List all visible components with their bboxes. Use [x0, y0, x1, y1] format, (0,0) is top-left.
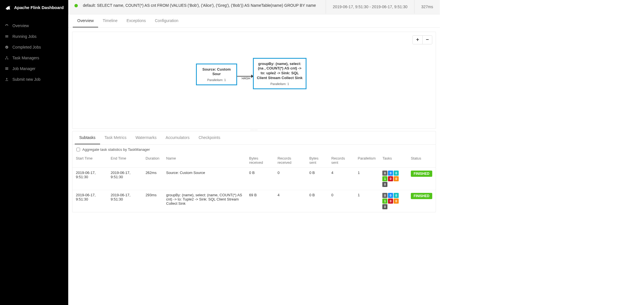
td-records-sent: 4	[328, 167, 354, 190]
td-start: 2019-06-17, 9:51:30	[72, 190, 107, 212]
status-badge: FINISHED	[411, 193, 432, 199]
svg-point-4	[5, 46, 8, 49]
nav-completed-jobs[interactable]: Completed Jobs	[0, 42, 68, 53]
td-status: FINISHED	[407, 167, 436, 190]
task-badge: 0	[388, 193, 393, 198]
nav-label: Completed Jobs	[12, 45, 41, 49]
task-badge: 0	[394, 199, 399, 204]
nav-overview[interactable]: Overview	[0, 20, 68, 31]
graph-node-sub: Parallelism: 1	[199, 78, 234, 82]
tab-task-metrics[interactable]: Task Metrics	[100, 131, 131, 144]
job-subtext	[83, 9, 321, 12]
svg-rect-9	[5, 69, 8, 70]
tab-overview[interactable]: Overview	[73, 14, 98, 27]
tab-exceptions[interactable]: Exceptions	[122, 14, 150, 27]
job-tabs: Overview Timeline Exceptions Configurati…	[68, 14, 440, 28]
subtasks-table: Start Time End Time Duration Name Bytes …	[72, 153, 436, 212]
th-records-sent: Records sent	[328, 153, 354, 168]
th-parallelism: Parallelism	[354, 153, 379, 168]
td-tasks: 0001000	[379, 190, 407, 212]
sidebar-header: Apache Flink Dashboard	[0, 0, 68, 15]
td-status: FINISHED	[407, 190, 436, 212]
td-name: groupBy: (name), select: (name, COUNT(*)…	[163, 190, 246, 212]
panel-splitter[interactable]	[72, 129, 436, 131]
task-badge: 0	[394, 176, 399, 181]
nav-label: Running Jobs	[12, 34, 37, 39]
graph-edge-label: HASH	[241, 77, 251, 80]
svg-rect-6	[5, 58, 6, 59]
nav-running-jobs[interactable]: Running Jobs	[0, 31, 68, 42]
tab-watermarks[interactable]: Watermarks	[131, 131, 161, 144]
td-parallelism: 1	[354, 190, 379, 212]
list-icon	[5, 34, 9, 38]
nav-label: Submit new Job	[12, 77, 41, 82]
td-duration: 293ms	[142, 190, 163, 212]
td-name: Source: Custom Source	[163, 167, 246, 190]
th-bytes-recv: Bytes received	[246, 153, 274, 168]
td-records-recv: 0	[274, 167, 306, 190]
td-start: 2019-06-17, 9:51:30	[72, 167, 107, 190]
nav-submit-job[interactable]: Submit new Job	[0, 74, 68, 85]
detail-panel: Subtasks Task Metrics Watermarks Accumul…	[72, 131, 436, 212]
tab-timeline[interactable]: Timeline	[98, 14, 122, 27]
graph-node-sub: Parallelism: 1	[256, 82, 303, 86]
task-badge: 0	[388, 199, 393, 204]
td-end: 2019-06-17, 9:51:30	[107, 190, 142, 212]
task-badge: 0	[388, 176, 393, 181]
svg-rect-3	[5, 37, 8, 38]
th-bytes-sent: Bytes sent	[306, 153, 328, 168]
td-end: 2019-06-17, 9:51:30	[107, 167, 142, 190]
td-bytes-recv: 69 B	[246, 190, 274, 212]
task-badge: 0	[382, 171, 387, 176]
tab-checkpoints[interactable]: Checkpoints	[194, 131, 225, 144]
th-status: Status	[407, 153, 436, 168]
td-records-sent: 0	[328, 190, 354, 212]
table-row[interactable]: 2019-06-17, 9:51:302019-06-17, 9:51:3026…	[72, 167, 436, 190]
nav-task-managers[interactable]: Task Managers	[0, 53, 68, 63]
nav-label: Overview	[12, 23, 29, 28]
th-name: Name	[163, 153, 246, 168]
task-badge: 1	[382, 199, 387, 204]
graph-node-title: groupBy: (name), select: (na , COUNT(*) …	[256, 62, 303, 81]
sidebar: Apache Flink Dashboard Overview Running …	[0, 0, 68, 305]
job-title-block: default: SELECT name, COUNT(*) AS cnt FR…	[68, 0, 326, 14]
td-bytes-recv: 0 B	[246, 167, 274, 190]
nav-label: Task Managers	[12, 56, 39, 60]
upload-icon	[5, 77, 9, 81]
task-badge: 0	[382, 193, 387, 198]
nav-job-manager[interactable]: Job Manager	[0, 63, 68, 74]
nav: Overview Running Jobs Completed Jobs Tas…	[0, 15, 68, 85]
td-records-recv: 4	[274, 190, 306, 212]
job-meta: 2019-06-17, 9:51:30 - 2019-06-17, 9:51:3…	[326, 0, 440, 14]
status-dot-icon	[74, 4, 78, 7]
tab-accumulators[interactable]: Accumulators	[161, 131, 194, 144]
graph-canvas[interactable]: Source: Custom Sour Parallelism: 1 HASH …	[72, 32, 436, 128]
aggregate-checkbox[interactable]	[76, 148, 80, 151]
task-badge: 0	[394, 193, 399, 198]
task-badge: 0	[388, 171, 393, 176]
main: default: SELECT name, COUNT(*) AS cnt FR…	[68, 0, 440, 305]
job-name: default: SELECT name, COUNT(*) AS cnt FR…	[83, 3, 321, 8]
status-badge: FINISHED	[411, 171, 432, 177]
check-circle-icon	[5, 45, 9, 49]
flink-logo-icon	[5, 4, 11, 11]
job-header: default: SELECT name, COUNT(*) AS cnt FR…	[68, 0, 440, 14]
td-duration: 262ms	[142, 167, 163, 190]
graph-node-source[interactable]: Source: Custom Sour Parallelism: 1	[196, 64, 237, 86]
tab-configuration[interactable]: Configuration	[150, 14, 183, 27]
td-tasks: 0001000	[379, 167, 407, 190]
th-duration: Duration	[142, 153, 163, 168]
table-row[interactable]: 2019-06-17, 9:51:302019-06-17, 9:51:3029…	[72, 190, 436, 212]
tab-subtasks[interactable]: Subtasks	[75, 131, 100, 144]
task-badge: 0	[394, 171, 399, 176]
svg-rect-1	[5, 35, 8, 36]
svg-rect-8	[5, 67, 8, 68]
sitemap-icon	[5, 56, 9, 60]
td-bytes-sent: 0 B	[306, 167, 328, 190]
aggregate-label: Aggregate task statistics by TaskManager	[82, 147, 150, 152]
job-graph-panel: + − Source: Custom Sour Parallelism: 1 H…	[72, 32, 436, 129]
aggregate-toggle-row: Aggregate task statistics by TaskManager	[72, 145, 436, 153]
job-time-range: 2019-06-17, 9:51:30 - 2019-06-17, 9:51:3…	[326, 0, 414, 14]
graph-node-sink[interactable]: groupBy: (name), select: (na , COUNT(*) …	[253, 58, 306, 90]
job-duration: 327ms	[414, 0, 440, 14]
